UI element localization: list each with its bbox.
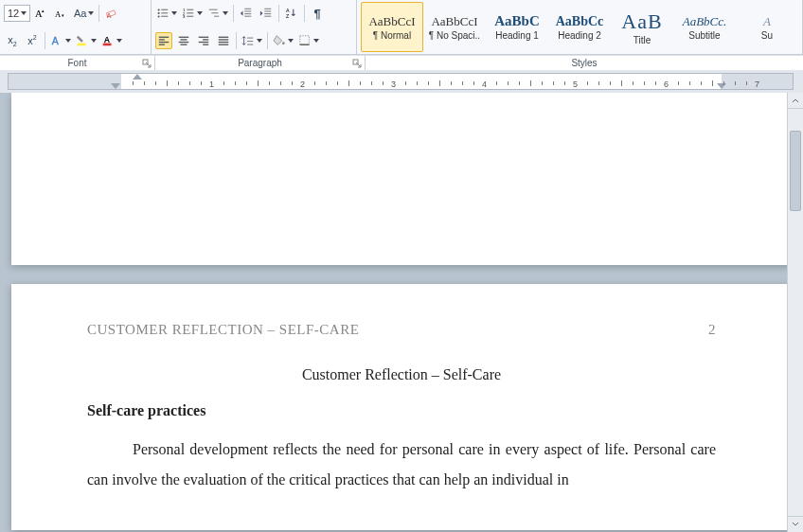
group-label-styles: Styles xyxy=(366,55,803,70)
svg-rect-53 xyxy=(247,44,253,44)
svg-rect-41 xyxy=(179,42,189,43)
separator xyxy=(236,32,237,49)
style-chip--normal[interactable]: AaBbCcI¶ Normal xyxy=(361,2,423,52)
hanging-indent-marker[interactable] xyxy=(111,83,120,89)
svg-rect-22 xyxy=(209,9,218,10)
svg-text:A: A xyxy=(286,8,290,13)
svg-rect-32 xyxy=(264,16,271,17)
text-effects-icon: A xyxy=(50,34,63,47)
font-color-icon: A xyxy=(101,34,115,47)
svg-rect-15 xyxy=(161,16,168,17)
justify-icon xyxy=(217,34,230,47)
svg-rect-40 xyxy=(181,39,187,40)
svg-point-54 xyxy=(282,42,285,44)
style-chip-title[interactable]: AaBTitle xyxy=(611,2,673,52)
scroll-down-button[interactable] xyxy=(788,516,803,532)
svg-rect-49 xyxy=(219,42,229,43)
sort-icon: AZ xyxy=(285,7,298,20)
separator xyxy=(278,5,279,22)
dialog-launcher-icon[interactable] xyxy=(352,59,362,68)
svg-rect-31 xyxy=(264,13,271,14)
svg-text:A: A xyxy=(104,35,111,44)
svg-rect-50 xyxy=(219,44,229,44)
right-indent-marker[interactable] xyxy=(717,83,726,89)
clear-formatting-button[interactable]: A xyxy=(103,5,120,22)
svg-rect-26 xyxy=(244,11,251,12)
first-line-indent-marker[interactable] xyxy=(133,74,142,80)
text-effects-button[interactable]: A xyxy=(49,32,72,49)
line-spacing-button[interactable] xyxy=(241,32,263,49)
style-preview: AaBbCcI xyxy=(368,14,415,29)
style-name: ¶ Normal xyxy=(373,30,411,41)
borders-button[interactable] xyxy=(297,32,320,49)
svg-rect-28 xyxy=(244,16,251,17)
svg-rect-55 xyxy=(300,36,310,45)
style-chip-heading-1[interactable]: AaBbCHeading 1 xyxy=(486,2,548,52)
ribbon-group-styles: AaBbCcI¶ NormalAaBbCcI¶ No Spaci..AaBbCH… xyxy=(357,0,803,54)
align-left-button[interactable] xyxy=(155,32,172,49)
document-title: Customer Reflection – Self-Care xyxy=(87,366,716,383)
multilevel-list-button[interactable] xyxy=(206,5,229,22)
shrink-font-button[interactable]: A▾ xyxy=(53,5,70,22)
separator xyxy=(304,5,305,22)
dialog-launcher-icon[interactable] xyxy=(142,59,152,68)
svg-rect-29 xyxy=(264,9,271,9)
subscript-button[interactable]: x2 xyxy=(4,32,21,49)
grow-font-button[interactable]: A▴ xyxy=(33,5,50,22)
style-preview: AaBbCc xyxy=(556,14,604,29)
scrollbar-thumb[interactable] xyxy=(790,131,801,211)
increase-indent-button[interactable] xyxy=(258,5,275,22)
svg-rect-47 xyxy=(219,36,229,37)
justify-button[interactable] xyxy=(215,32,232,49)
style-chip-subtitle[interactable]: AaBbCc.Subtitle xyxy=(673,2,736,52)
svg-rect-25 xyxy=(244,9,251,9)
style-chip-su[interactable]: ASu xyxy=(736,2,798,52)
font-color-button[interactable]: A xyxy=(100,32,123,49)
svg-rect-56 xyxy=(300,44,310,44)
style-chip--no-spaci-[interactable]: AaBbCcI¶ No Spaci.. xyxy=(423,2,486,52)
bucket-icon xyxy=(273,34,286,47)
svg-rect-42 xyxy=(181,44,187,44)
decrease-indent-button[interactable] xyxy=(238,5,255,22)
ribbon-group-paragraph: 123 AZ ¶ xyxy=(152,0,357,54)
ribbon-group-font: 12 A▴ A▾ Aa A x2 x2 A A xyxy=(0,0,152,54)
svg-rect-37 xyxy=(159,42,170,43)
chevron-up-icon xyxy=(792,97,799,104)
show-marks-button[interactable]: ¶ xyxy=(309,5,326,22)
header-text: CUSTOMER REFLECTION – SELF-CARE xyxy=(87,322,359,338)
borders-icon xyxy=(298,34,312,47)
ruler-number: 3 xyxy=(391,80,396,89)
separator xyxy=(45,32,45,49)
bullets-button[interactable] xyxy=(155,5,178,22)
page-1-bottom[interactable] xyxy=(11,93,792,265)
separator xyxy=(98,5,99,22)
sort-button[interactable]: AZ xyxy=(283,5,300,22)
align-left-icon xyxy=(157,34,170,47)
font-size-combo[interactable]: 12 xyxy=(4,5,30,22)
svg-text:A: A xyxy=(107,13,112,20)
superscript-button[interactable]: x2 xyxy=(24,32,41,49)
numbering-button[interactable]: 123 xyxy=(181,5,204,22)
change-case-button[interactable]: Aa xyxy=(73,5,95,22)
style-preview: AaBbC xyxy=(494,13,540,29)
style-chip-heading-2[interactable]: AaBbCcHeading 2 xyxy=(548,2,611,52)
ribbon-labels: Font Paragraph Styles xyxy=(0,55,803,70)
numbering-icon: 123 xyxy=(182,7,195,20)
align-right-button[interactable] xyxy=(195,32,212,49)
svg-rect-9 xyxy=(103,43,112,45)
vertical-scrollbar[interactable] xyxy=(787,93,803,532)
highlight-button[interactable] xyxy=(75,32,98,49)
scroll-up-button[interactable] xyxy=(788,93,803,109)
svg-point-14 xyxy=(158,16,160,18)
svg-rect-13 xyxy=(161,12,168,13)
ruler-number: 4 xyxy=(482,80,487,89)
eraser-icon: A xyxy=(105,7,118,20)
horizontal-ruler[interactable]: 1234567 xyxy=(8,73,794,90)
page-2[interactable]: CUSTOMER REFLECTION – SELF-CARE 2 Custom… xyxy=(11,284,792,530)
shading-button[interactable] xyxy=(272,32,294,49)
align-center-button[interactable] xyxy=(175,32,192,49)
svg-rect-27 xyxy=(244,13,251,14)
svg-rect-17 xyxy=(187,9,193,10)
styles-gallery[interactable]: AaBbCcI¶ NormalAaBbCcI¶ No Spaci..AaBbCH… xyxy=(357,0,802,54)
separator xyxy=(267,32,268,49)
